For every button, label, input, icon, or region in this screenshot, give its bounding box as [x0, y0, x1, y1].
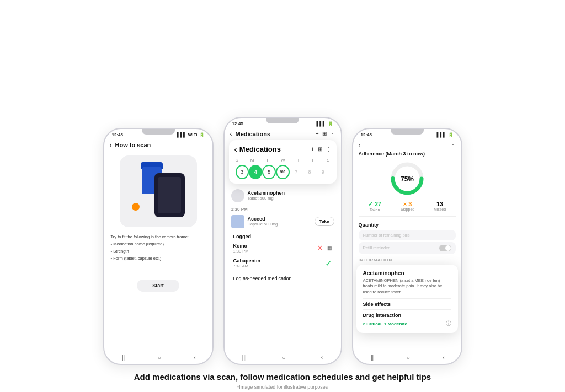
nav-back-icon-2[interactable]: ‹: [321, 355, 323, 361]
phone-2: 12:45 ▌▌▌ 🔋 ‹ Medications + ⊞ ⋮: [223, 117, 342, 365]
med-icon-2: [231, 215, 244, 228]
scan-illustration: [120, 155, 197, 227]
day-header-s1: S: [236, 158, 238, 163]
delete-icon[interactable]: ▦: [327, 245, 332, 251]
phone-3-header: ‹ ⋮: [353, 139, 461, 151]
remaining-pills-field[interactable]: Number of remaining pills: [359, 230, 456, 240]
day-header-t2: T: [297, 158, 300, 163]
orange-dot: [132, 203, 140, 211]
x-icon[interactable]: ×: [317, 243, 322, 253]
phone-1-nav: ||| ○ ‹: [104, 351, 212, 364]
phone-2-status-icons: ▌▌▌ 🔋: [316, 121, 333, 126]
stat-skipped: × 3 Skipped: [401, 201, 414, 212]
cal-day-9[interactable]: 9: [316, 165, 329, 179]
phone-1-title: How to scan: [115, 142, 151, 148]
day-header-m: M: [250, 158, 254, 163]
nav-menu-icon-3[interactable]: |||: [369, 355, 374, 361]
back-icon-3[interactable]: ‹: [359, 141, 361, 149]
phone-2-header-title: Medications: [236, 131, 313, 137]
logged-name-gabapentin: Gabapentin: [233, 258, 323, 264]
quantity-title: Quantity: [359, 222, 456, 228]
calendar-popup: ‹ Medications + ⊞ ⋮ S M T W T: [229, 140, 337, 184]
phone-1-notch: [142, 129, 175, 135]
info-icon[interactable]: ⓘ: [446, 320, 451, 327]
cal-title: Medications: [239, 145, 311, 153]
cal-day-3[interactable]: 3: [236, 165, 249, 179]
cal-day-4[interactable]: 4: [249, 165, 262, 179]
calendar-icon[interactable]: ⊞: [322, 131, 327, 137]
logged-time-gabapentin: 7:40 AM: [233, 264, 323, 269]
back-icon-2[interactable]: ‹: [230, 130, 232, 138]
battery-icon-2: 🔋: [328, 121, 333, 126]
logged-info-koino: Koino 1:30 PM: [233, 243, 316, 254]
adherence-stats: ✓ 27 Taken × 3 Skipped 13 Missed: [359, 201, 456, 217]
side-effects-section: Side effects: [363, 298, 451, 307]
day-header-s2: S: [327, 158, 329, 163]
nav-home-icon-3[interactable]: ○: [407, 355, 410, 361]
cal-day-96[interactable]: 9/6: [276, 165, 290, 179]
cal-day-8[interactable]: 8: [303, 165, 316, 179]
back-icon[interactable]: ‹: [110, 141, 112, 149]
cal-days: 3 4 5 9/6 7 8 9: [234, 165, 331, 179]
cal-calendar-icon[interactable]: ⊞: [318, 146, 322, 152]
cal-add-icon[interactable]: +: [311, 146, 315, 152]
cal-header-icons: + ⊞ ⋮: [311, 146, 331, 152]
drug-critical-text: 2 Critical, 1 Moderate: [363, 321, 407, 326]
phone-2-time: 12:45: [232, 121, 243, 126]
cal-day-5[interactable]: 5: [262, 165, 276, 179]
add-icon[interactable]: +: [316, 131, 319, 137]
refill-reminder-label: Refill reminder: [363, 245, 390, 250]
stat-missed-value: 13: [434, 201, 446, 207]
stat-missed: 13 Missed: [434, 201, 446, 212]
nav-home-icon-2[interactable]: ○: [282, 355, 285, 361]
drug-critical-row: 2 Critical, 1 Moderate ⓘ: [363, 320, 451, 327]
stat-taken: ✓ 27 Taken: [368, 201, 381, 212]
day-header-f: F: [312, 158, 315, 163]
refill-toggle[interactable]: [439, 245, 451, 251]
start-button[interactable]: Start: [137, 280, 179, 292]
cal-more-icon[interactable]: ⋮: [326, 146, 331, 152]
battery-icon-3: 🔋: [448, 132, 454, 137]
log-as-needed[interactable]: Log as-needed medication: [229, 272, 337, 284]
phone-frame-inner: [154, 173, 185, 217]
phone-2-nav: ||| ○ ‹: [225, 351, 341, 364]
nav-menu-icon[interactable]: |||: [120, 355, 125, 361]
disclaimer: *Image simulated for illustrative purpos…: [134, 384, 431, 390]
more-icon[interactable]: ⋮: [330, 131, 335, 137]
med-dose-1: Tablet 500 mg: [248, 196, 334, 201]
cal-day-7[interactable]: 7: [290, 165, 303, 179]
nav-menu-icon-2[interactable]: |||: [242, 355, 247, 361]
med-item-acetaminophen: Acetaminophen Tablet 500 mg: [229, 187, 337, 205]
phone-1: 12:45 ▌▌▌ WiFi 🔋 ‹ How to scan: [103, 128, 214, 365]
phone-2-header-icons: + ⊞ ⋮: [316, 131, 335, 137]
phone-3-status-icons: ▌▌▌ 🔋: [436, 132, 453, 137]
stat-taken-label: Taken: [368, 208, 381, 212]
phone-2-screen: 12:45 ▌▌▌ 🔋 ‹ Medications + ⊞ ⋮: [225, 118, 341, 364]
scan-intro: Try to fit the following in the camera f…: [111, 234, 206, 240]
nav-back-icon-3[interactable]: ‹: [443, 355, 444, 361]
logged-time-koino: 1:30 PM: [233, 249, 316, 254]
take-button[interactable]: Take: [315, 217, 334, 226]
med-name-1: Acetaminophen: [248, 190, 334, 196]
battery-icon: 🔋: [199, 132, 205, 137]
more-icon-3[interactable]: ⋮: [450, 142, 456, 148]
signal-icon-2: ▌▌▌: [316, 121, 326, 126]
nav-back-icon[interactable]: ‹: [194, 355, 195, 361]
nav-home-icon[interactable]: ○: [158, 355, 161, 361]
med-name-2: Acceed: [248, 216, 311, 222]
information-label: Information: [359, 257, 456, 262]
day-header-w: W: [281, 158, 285, 163]
stat-taken-value: ✓ 27: [368, 201, 381, 208]
med-icon-1: [231, 189, 244, 202]
scan-item-1: • Medication name (required): [111, 241, 206, 247]
wifi-icon: WiFi: [188, 132, 198, 137]
phone-1-header: ‹ How to scan: [104, 139, 212, 151]
phone-3-content: Adherence (March 3 to now) 75% ✓ 27 Take…: [353, 151, 461, 351]
phone-3-time: 12:45: [361, 132, 372, 137]
med-dose-2: Capsule 500 mg: [248, 222, 311, 227]
cal-days-header: S M T W T F S: [234, 158, 331, 163]
cal-back-icon[interactable]: ‹: [234, 144, 237, 154]
stat-skipped-label: Skipped: [401, 207, 414, 211]
scan-instructions: Try to fit the following in the camera f…: [110, 234, 207, 263]
main-caption: Add medications via scan, follow medicat…: [134, 372, 431, 383]
